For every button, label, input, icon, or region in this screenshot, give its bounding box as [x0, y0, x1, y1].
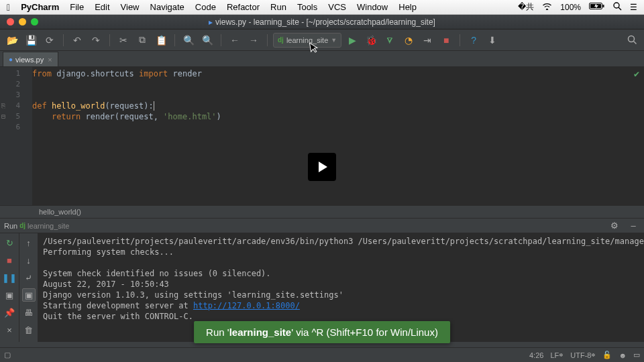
back-button[interactable]: ← — [227, 32, 243, 48]
pin-tab-button[interactable]: 📌 — [3, 306, 16, 319]
profile-button[interactable]: ◔ — [400, 32, 417, 48]
console-line: Quit the server with CONTROL-C. — [43, 312, 193, 321]
status-bar: ▢ 4:26 LF≑ UTF-8≑ 🔓 ☻ ▭ — [0, 347, 644, 362]
find-button[interactable]: 🔍 — [180, 32, 197, 48]
gutter-mark-icon[interactable]: ⎘ — [1, 101, 5, 111]
save-all-button[interactable]: 💾 — [23, 32, 39, 48]
search-everywhere-button[interactable] — [624, 32, 640, 48]
restore-layout-button[interactable]: ▣ — [3, 288, 16, 302]
menu-run[interactable]: Run — [270, 2, 286, 12]
hector-icon[interactable]: ☻ — [619, 351, 627, 359]
minimize-tool-icon[interactable]: – — [627, 219, 640, 233]
tip-name: learning_site — [229, 326, 292, 338]
menu-file[interactable]: File — [70, 2, 84, 12]
menu-code[interactable]: Code — [195, 2, 216, 12]
python-file-icon: ● — [9, 56, 13, 63]
menu-extra-icon[interactable]: ☰ — [630, 3, 637, 12]
django-icon: dj — [19, 222, 25, 229]
forward-button[interactable]: → — [246, 32, 262, 48]
menu-view[interactable]: View — [121, 2, 140, 12]
inspection-ok-icon[interactable]: ✔ — [633, 70, 640, 79]
line-gutter[interactable]: 1 2 3 ⎘4 ⊟5 6 — [0, 67, 32, 205]
window-title: ▸views.py - learning_site - [~/projects/… — [0, 17, 644, 27]
console-line: August 22, 2017 - 10:50:43 — [43, 280, 169, 289]
spotlight-icon[interactable] — [613, 2, 622, 13]
window-titlebar: ▸views.py - learning_site - [~/projects/… — [0, 15, 644, 29]
menu-edit[interactable]: Edit — [95, 2, 109, 12]
battery-icon[interactable] — [589, 2, 605, 12]
run-coverage-button[interactable]: ⛛ — [382, 32, 398, 48]
redo-button[interactable]: ↷ — [88, 32, 104, 48]
sync-button[interactable]: ⟳ — [42, 32, 58, 48]
dropdown-caret-icon: ▼ — [331, 37, 337, 44]
macos-menubar:  PyCharm File Edit View Navigate Code R… — [0, 0, 644, 15]
run-tool-side-left: ↻ ■ ❚❚ ▣ 📌 × — [0, 233, 19, 342]
server-url-link[interactable]: http://127.0.0.1:8000/ — [193, 301, 300, 310]
console-line: Django version 1.10.3, using settings 'l… — [43, 290, 343, 300]
rerun-button[interactable]: ↻ — [3, 236, 16, 249]
readonly-lock-icon[interactable]: 🔓 — [602, 351, 612, 359]
wifi-icon[interactable] — [542, 3, 552, 12]
breadcrumb-item[interactable]: hello_world() — [39, 208, 81, 216]
debug-button[interactable]: 🐞 — [363, 32, 379, 48]
menu-vcs[interactable]: VCS — [328, 2, 346, 12]
undo-button[interactable]: ↶ — [69, 32, 85, 48]
line-separator[interactable]: LF≑ — [550, 348, 564, 363]
fold-icon[interactable]: ⊟ — [1, 111, 5, 122]
menu-help[interactable]: Help — [398, 2, 417, 12]
code-body[interactable]: from django.shortcuts import renderdef h… — [32, 67, 644, 205]
run-tool-header[interactable]: Run dj learning_site ⚙ – — [0, 219, 644, 233]
file-encoding[interactable]: UTF-8≑ — [570, 348, 596, 363]
copy-button[interactable]: ⧉ — [134, 32, 150, 48]
run-config-selector[interactable]: dj learning_site ▼ — [273, 33, 341, 48]
help-button[interactable]: ? — [466, 32, 482, 48]
stop-process-button[interactable]: ■ — [3, 253, 16, 267]
line-number[interactable]: 1 — [0, 68, 32, 79]
apple-menu-icon[interactable]:  — [7, 2, 10, 13]
print-button[interactable]: 🖶 — [22, 306, 36, 319]
up-stack-button[interactable]: ↑ — [22, 236, 36, 249]
close-tab-icon[interactable]: × — [48, 56, 52, 64]
down-stack-button[interactable]: ↓ — [22, 253, 36, 267]
replace-button[interactable]: 🔍 — [199, 32, 215, 48]
paste-button[interactable]: 📋 — [153, 32, 169, 48]
line-number[interactable]: ⎘4 — [0, 101, 32, 111]
close-tab-button[interactable]: × — [3, 323, 16, 337]
memory-widget-icon[interactable]: ▭ — [633, 351, 640, 359]
scroll-to-end-button[interactable]: ▣ — [22, 288, 36, 302]
console-line: System check identified no issues (0 sil… — [43, 269, 271, 278]
app-name[interactable]: PyCharm — [21, 2, 59, 12]
soft-wrap-button[interactable]: ⤶ — [22, 271, 36, 284]
menu-navigate[interactable]: Navigate — [150, 2, 184, 12]
python-file-icon: ▸ — [209, 17, 213, 27]
run-tool-side-right: ↑ ↓ ⤶ ▣ 🖶 🗑 — [19, 233, 38, 342]
attach-button[interactable]: ⇥ — [419, 32, 435, 48]
line-number[interactable]: 6 — [0, 122, 32, 133]
open-button[interactable]: 📂 — [4, 32, 20, 48]
title-path: - learning_site - [~/projects/scratchpad… — [246, 17, 435, 27]
clear-all-button[interactable]: 🗑 — [22, 323, 36, 337]
tool-window-toggle-icon[interactable]: ▢ — [4, 351, 11, 359]
line-number[interactable]: 3 — [0, 90, 32, 101]
structure-breadcrumb[interactable]: hello_world() — [0, 205, 644, 219]
code-editor[interactable]: 1 2 3 ⎘4 ⊟5 6 from django.shortcuts impo… — [0, 67, 644, 205]
django-icon: dj — [278, 36, 284, 44]
tab-views-py[interactable]: ● views.py × — [3, 52, 58, 66]
airdrop-icon[interactable]: �共 — [518, 1, 534, 13]
video-play-overlay[interactable] — [308, 153, 336, 181]
console-line: Performing system checks... — [43, 247, 174, 257]
tip-text: ' via ^R (Shift+F10 for Win/Linux) — [291, 326, 438, 338]
update-button[interactable]: ⬇ — [484, 32, 500, 48]
cut-button[interactable]: ✂ — [115, 32, 131, 48]
run-button[interactable]: ▶ — [344, 32, 360, 48]
line-number[interactable]: 2 — [0, 79, 32, 90]
pause-output-button[interactable]: ❚❚ — [3, 271, 16, 284]
menu-tools[interactable]: Tools — [297, 2, 317, 12]
settings-icon[interactable]: ⚙ — [608, 219, 621, 233]
stop-button[interactable]: ■ — [438, 32, 454, 48]
run-tooltip: Run 'learning_site' via ^R (Shift+F10 fo… — [194, 321, 450, 343]
menu-window[interactable]: Window — [357, 2, 388, 12]
caret-position[interactable]: 4:26 — [529, 351, 543, 359]
menu-refactor[interactable]: Refactor — [227, 2, 260, 12]
line-number[interactable]: ⊟5 — [0, 111, 32, 122]
